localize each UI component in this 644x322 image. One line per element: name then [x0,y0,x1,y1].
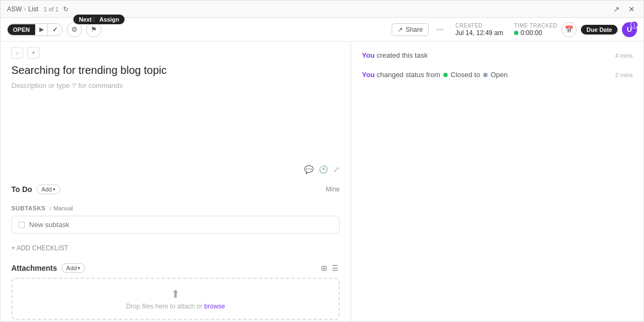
sort-icon: ↑ [49,205,52,211]
time-tracked-value: 0:00:00 [514,29,557,37]
from-status-2: Closed [450,71,472,79]
task-footer-icons: 💬 🕐 ⤢ [1,161,351,178]
status-check-icon: ✓ [47,24,62,36]
closed-status-dot [443,73,448,77]
add-checklist-button[interactable]: + ADD CHECKLIST [1,240,351,256]
task-title-area: Searching for trending blog topic [1,59,351,79]
activity-time-1: 4 mins [615,52,633,59]
created-item: CREATED Jul 14, 12:49 am [455,23,503,37]
attachments-chevron-icon: ▾ [78,265,80,271]
avatar-badge: 1 [631,21,638,29]
new-subtask-input[interactable] [29,221,333,229]
expand-icon[interactable]: ⤢ [333,165,340,174]
activity-row-2: You changed status from Closed to Open 2… [362,70,633,80]
breadcrumb-asw[interactable]: ASW [7,5,22,13]
more-menu-button[interactable]: ··· [433,24,447,36]
share-icon: ↗ [398,26,403,33]
breadcrumb-list[interactable]: List [28,5,38,13]
due-date-tooltip[interactable]: Due Date [581,25,618,35]
green-dot-icon [514,31,518,35]
action-bar: OPEN ▶ ✓ ⚙ ⚑ Next Status Assign ↗ Share … [1,18,643,42]
close-icon: ✕ [628,5,635,13]
calendar-icon: 📅 [565,25,573,33]
activity-time-2: 2 mins [615,72,633,78]
sep1: › [24,5,26,13]
more-icon: ··· [436,25,443,34]
flag-icon: ⚑ [91,25,97,33]
main-content: ○ + Searching for trending blog topic De… [1,42,643,321]
activity-entry-2: You changed status from Closed to Open 2… [362,70,633,80]
subtask-checkbox-icon [18,222,25,228]
attachments-title-row: Attachments Add ▾ [11,263,85,273]
new-subtask-container [11,216,340,234]
attachments-view-icons: ⊞ ☰ [320,263,340,273]
status-arrow-icon: ▶ [35,24,47,35]
circle-icon: ○ [16,50,19,56]
refresh-button[interactable]: ↻ [61,3,71,15]
time-tracked-item: TIME TRACKED 0:00:00 [514,23,557,37]
todo-add-button[interactable]: Add ▾ [37,184,61,194]
manual-label-text: Manual [53,205,73,211]
created-label: CREATED [455,23,503,29]
list-view-icon[interactable]: ☰ [331,263,340,273]
flag-icon-button[interactable]: ⚑ [86,22,101,37]
attachments-add-button[interactable]: Add ▾ [61,263,86,273]
activity-row-1: You created this task 4 mins [362,50,633,61]
activity-entry-1: You created this task 4 mins [362,50,633,61]
attachments-title: Attachments [11,264,57,272]
drop-zone[interactable]: ⬆ Drop files here to attach or browse [11,278,340,320]
history-icon[interactable]: 🕐 [319,165,328,174]
breadcrumb-area: ASW › List 1 of 1 ↻ [7,3,71,15]
avatar-button[interactable]: U 1 [622,22,637,37]
activity-text-2: You changed status from Closed to Open [362,70,508,80]
mine-label: Mine [326,186,340,193]
manual-sort-icon[interactable]: ↑ Manual [49,205,73,211]
activity-text-1: You created this task [362,50,428,61]
task-description[interactable]: Description or type '/' for commands [1,79,351,96]
grid-view-icon[interactable]: ⊞ [320,263,328,273]
subtasks-section: SUBTASKS ↑ Manual [1,203,351,240]
todo-add-label: Add [42,186,52,193]
status-pill[interactable]: OPEN ▶ ✓ [7,23,63,36]
attachments-section: Attachments Add ▾ ⊞ ☰ ⬆ Drop files here … [1,256,351,321]
todo-header: To Do Add ▾ Mine [11,184,340,194]
browse-link[interactable]: browse [204,303,225,310]
todo-title: To Do [11,185,32,194]
meta-icon-2[interactable]: + [28,47,39,59]
comment-icon[interactable]: 💬 [304,165,313,174]
action-1: created this task [376,51,428,59]
open-status-dot [483,73,488,77]
todo-section: To Do Add ▾ Mine [1,178,351,203]
task-body-spacer [1,96,351,161]
share-button[interactable]: ↗ Share [392,23,429,36]
left-panel: ○ + Searching for trending blog topic De… [1,42,351,321]
calendar-button[interactable]: 📅 [561,22,577,37]
app-window: ASW › List 1 of 1 ↻ ↗ ✕ OPEN ▶ ✓ ⚙ [0,0,644,322]
attachments-header: Attachments Add ▾ ⊞ ☰ [11,263,340,273]
actor-2: You [362,71,375,79]
task-title[interactable]: Searching for trending blog topic [11,63,340,77]
gear-icon-button[interactable]: ⚙ [67,22,82,37]
created-value: Jul 14, 12:49 am [455,29,503,37]
to-label-2: to [474,71,482,79]
share-label: Share [406,26,423,33]
attachments-add-label: Add [66,265,77,271]
plus-icon: + [31,49,35,57]
gear-icon: ⚙ [71,25,78,33]
close-button[interactable]: ✕ [626,3,637,16]
top-bar-right: ↗ ✕ [611,3,637,16]
right-panel: You created this task 4 mins You changed… [351,42,643,321]
task-meta-row: ○ + [1,42,351,59]
to-status-2: Open [490,71,508,79]
upload-icon: ⬆ [21,287,330,300]
export-icon: ↗ [613,5,620,13]
top-bar: ASW › List 1 of 1 ↻ ↗ ✕ [1,1,643,18]
subtasks-label: SUBTASKS [11,205,46,211]
status-label: OPEN [8,24,35,35]
drop-text: Drop files here to attach or browse [126,303,225,310]
action-prefix-2: changed status from [376,71,442,79]
export-button[interactable]: ↗ [611,3,622,16]
subtasks-header: SUBTASKS ↑ Manual [11,205,340,211]
meta-icon-1[interactable]: ○ [11,47,23,59]
created-section: CREATED Jul 14, 12:49 am TIME TRACKED 0:… [455,23,557,37]
